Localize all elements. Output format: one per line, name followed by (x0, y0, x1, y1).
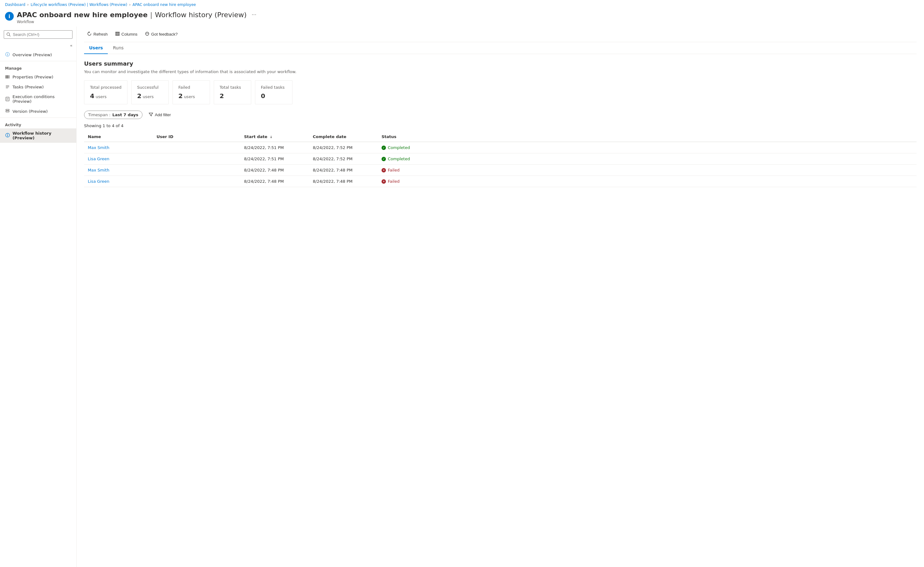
tab-users[interactable]: Users (84, 42, 108, 54)
table-row: Lisa Green 8/24/2022, 7:48 PM 8/24/2022,… (84, 176, 916, 187)
sidebar-manage-section: Manage (0, 63, 76, 72)
sidebar-version-label: Version (Preview) (12, 109, 48, 114)
feedback-icon (145, 32, 149, 37)
columns-label: Columns (122, 32, 138, 36)
properties-icon (5, 74, 10, 80)
sidebar-execution-label: Execution conditions (Preview) (12, 94, 71, 104)
card-failed-label: Failed (178, 85, 204, 90)
card-failed-tasks: Failed tasks 0 (255, 80, 292, 104)
breadcrumb-apac[interactable]: APAC onboard new hire employee (132, 3, 196, 7)
feedback-label: Got feedback? (151, 32, 178, 36)
add-filter-button[interactable]: Add filter (146, 111, 174, 119)
filter-chip-key: Timespan : (88, 112, 111, 117)
status-cell: Failed (378, 176, 916, 187)
filter-icon (149, 112, 153, 117)
page-icon: i (5, 12, 14, 21)
sidebar-item-overview[interactable]: ⓘ Overview (Preview) (0, 50, 76, 60)
svg-rect-11 (6, 111, 9, 112)
card-failed-tasks-label: Failed tasks (261, 85, 286, 90)
search-input[interactable] (4, 30, 72, 39)
svg-point-18 (148, 33, 148, 34)
sidebar-item-tasks[interactable]: Tasks (Preview) (0, 82, 76, 92)
card-total-tasks: Total tasks 2 (214, 80, 251, 104)
tab-runs[interactable]: Runs (108, 42, 128, 54)
page-title: APAC onboard new hire employee (17, 11, 147, 19)
user-id-cell (153, 176, 240, 187)
svg-rect-10 (6, 110, 9, 111)
sidebar-item-version[interactable]: Version (Preview) (0, 106, 76, 116)
svg-rect-1 (7, 75, 8, 79)
sort-icon: ↓ (270, 135, 272, 139)
summary-cards: Total processed 4users Successful 2users… (84, 80, 916, 104)
card-total-processed: Total processed 4users (84, 80, 128, 104)
page-subtitle: Workflow (17, 20, 258, 24)
breadcrumb-lifecycle[interactable]: Lifecycle workflows (Preview) | Workflow… (31, 3, 127, 7)
table-row: Max Smith 8/24/2022, 7:51 PM 8/24/2022, … (84, 142, 916, 153)
col-complete-date[interactable]: Complete date (309, 132, 378, 142)
info-icon: ⓘ (5, 52, 10, 57)
card-failed-tasks-value: 0 (261, 92, 286, 100)
page-title-suffix: Workflow history (Preview) (155, 11, 246, 19)
svg-rect-2 (9, 75, 9, 79)
status-cell: Completed (378, 153, 916, 165)
columns-button[interactable]: Columns (112, 30, 141, 39)
user-name-link[interactable]: Max Smith (88, 145, 110, 150)
page-header: i APAC onboard new hire employee | Workf… (0, 9, 924, 27)
execution-icon (5, 96, 10, 102)
user-name-link[interactable]: Max Smith (88, 168, 110, 172)
sidebar-collapse-btn[interactable]: « (69, 42, 74, 48)
card-failed-value: 2users (178, 92, 204, 100)
sidebar-search-container (4, 30, 72, 39)
col-name[interactable]: Name (84, 132, 153, 142)
svg-rect-13 (117, 32, 118, 36)
title-separator: | (150, 11, 152, 19)
timespan-filter-chip[interactable]: Timespan : Last 7 days (84, 111, 142, 119)
svg-rect-0 (6, 75, 7, 79)
status-cell: Failed (378, 165, 916, 176)
svg-rect-14 (118, 32, 119, 36)
ellipsis-menu[interactable]: ··· (250, 10, 258, 19)
page-header-text: APAC onboard new hire employee | Workflo… (17, 10, 258, 24)
user-id-cell (153, 142, 240, 153)
columns-icon (115, 32, 120, 37)
card-failed: Failed 2users (172, 80, 210, 104)
add-filter-label: Add filter (155, 112, 171, 117)
complete-date-cell: 8/24/2022, 7:52 PM (309, 153, 378, 165)
sidebar-workflow-history-label: Workflow history (Preview) (12, 131, 71, 140)
tasks-icon (5, 84, 10, 89)
start-date-cell: 8/24/2022, 7:48 PM (240, 176, 309, 187)
workflow-history-icon: ⓘ (5, 133, 10, 138)
filter-chip-value: Last 7 days (112, 112, 138, 117)
card-successful-value: 2users (137, 92, 163, 100)
sidebar-item-properties[interactable]: Properties (Preview) (0, 72, 76, 82)
complete-date-cell: 8/24/2022, 7:48 PM (309, 165, 378, 176)
breadcrumb-dashboard[interactable]: Dashboard (5, 3, 25, 7)
section-title: Users summary (84, 60, 916, 67)
user-id-cell (153, 165, 240, 176)
col-start-date[interactable]: Start date ↓ (240, 132, 309, 142)
start-date-cell: 8/24/2022, 7:51 PM (240, 153, 309, 165)
col-user-id[interactable]: User ID (153, 132, 240, 142)
sidebar-item-execution[interactable]: Execution conditions (Preview) (0, 92, 76, 106)
sidebar: « ⓘ Overview (Preview) Manage Properties… (0, 27, 76, 567)
refresh-label: Refresh (93, 32, 108, 36)
col-status[interactable]: Status (378, 132, 916, 142)
sidebar-item-workflow-history[interactable]: ⓘ Workflow history (Preview) (0, 128, 76, 143)
version-icon (5, 109, 10, 114)
svg-point-17 (147, 33, 147, 34)
user-name-link[interactable]: Lisa Green (88, 179, 110, 184)
refresh-button[interactable]: Refresh (84, 30, 111, 39)
breadcrumb: Dashboard › Lifecycle workflows (Preview… (0, 0, 924, 9)
card-total-processed-value: 4users (90, 92, 122, 100)
card-successful-label: Successful (137, 85, 163, 90)
main-content: Refresh Columns (76, 27, 924, 567)
user-name-link[interactable]: Lisa Green (88, 156, 110, 161)
sidebar-overview-label: Overview (Preview) (12, 52, 52, 57)
table-row: Max Smith 8/24/2022, 7:48 PM 8/24/2022, … (84, 165, 916, 176)
card-total-tasks-label: Total tasks (220, 85, 245, 90)
toolbar: Refresh Columns (84, 27, 916, 42)
feedback-button[interactable]: Got feedback? (142, 30, 181, 39)
filter-bar: Timespan : Last 7 days Add filter (84, 111, 916, 119)
tabs-container: Users Runs (84, 42, 916, 54)
complete-date-cell: 8/24/2022, 7:48 PM (309, 176, 378, 187)
